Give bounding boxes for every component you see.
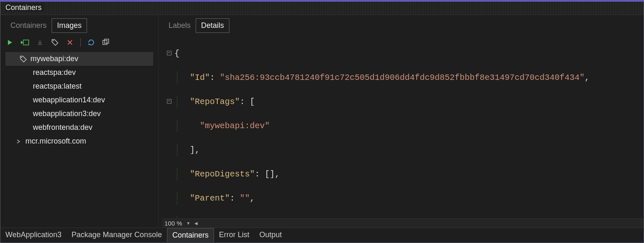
json-value-repotag: mywebapi:dev (205, 121, 265, 131)
tag-icon (20, 55, 27, 63)
list-item[interactable]: reactspa:latest (5, 79, 153, 93)
list-item[interactable]: webapplication14:dev (5, 93, 153, 107)
tab-images[interactable]: Images (52, 18, 87, 33)
bottom-tab-containers[interactable]: Containers (167, 228, 214, 242)
run-window-icon[interactable] (20, 38, 30, 47)
panel-titlebar[interactable]: Containers (0, 2, 644, 15)
refresh-icon[interactable] (87, 38, 96, 47)
list-item-label: mywebapi:dev (30, 55, 78, 63)
right-tabs: Labels Details (162, 18, 644, 33)
list-item-label: webapplication14:dev (33, 96, 105, 104)
svg-point-3 (53, 40, 54, 41)
bottom-tab-output[interactable]: Output (254, 228, 287, 242)
tag-icon[interactable] (50, 38, 60, 47)
fold-toggle[interactable]: − (167, 51, 172, 55)
prune-icon[interactable] (102, 38, 111, 47)
list-item[interactable]: reactspa:dev (5, 66, 153, 79)
bottom-tabs: WebApplication3 Package Manager Console … (0, 228, 644, 242)
list-item[interactable]: mywebapi:dev (5, 52, 153, 66)
list-item-label: webfrontenda:dev (33, 123, 92, 132)
bottom-tab-errorlist[interactable]: Error List (214, 228, 254, 242)
json-value-id: sha256:93ccb4781240f91c72c505d1d906dd4fd… (225, 73, 579, 82)
toolbar-separator (80, 38, 81, 47)
left-panel: Containers Images (0, 15, 159, 228)
svg-point-7 (21, 57, 22, 57)
tab-details[interactable]: Details (196, 18, 229, 33)
list-item-label: reactspa:dev (33, 68, 76, 77)
list-item[interactable]: mcr.microsoft.com (5, 134, 153, 148)
list-item-label: reactspa:latest (33, 82, 82, 91)
list-item[interactable]: webfrontenda:dev (5, 121, 153, 134)
tab-containers[interactable]: Containers (5, 19, 52, 32)
right-panel: Labels Details −{ "Id": "sha256:93ccb478… (159, 15, 644, 228)
bottom-tab-webapplication3[interactable]: WebApplication3 (0, 228, 67, 242)
svg-marker-0 (8, 40, 12, 45)
panel-title: Containers (5, 3, 44, 12)
chevron-right-icon[interactable] (16, 139, 22, 144)
bottom-tab-pmc[interactable]: Package Manager Console (67, 228, 167, 242)
zoom-bar: 100 % ▼ ◀ (162, 218, 644, 228)
svg-marker-2 (21, 41, 23, 44)
list-item-label: webapplication3:dev (33, 109, 101, 118)
list-item[interactable]: webapplication3:dev (5, 107, 153, 121)
zoom-dropdown-icon[interactable]: ▼ (186, 221, 191, 226)
play-icon[interactable] (5, 38, 15, 47)
delete-icon[interactable] (65, 38, 75, 47)
svg-rect-5 (103, 40, 107, 45)
image-list: mywebapi:dev reactspa:dev reactspa:lates… (5, 52, 153, 148)
left-tabs: Containers Images (5, 18, 153, 33)
json-value-comment: buildkit.dockerfile.v0 (250, 218, 360, 218)
svg-rect-6 (104, 39, 109, 43)
left-toolbar (5, 36, 153, 50)
list-item-label: mcr.microsoft.com (25, 137, 86, 146)
download-icon[interactable] (35, 38, 45, 47)
fold-toggle[interactable]: − (167, 99, 172, 104)
json-viewer[interactable]: −{ "Id": "sha256:93ccb4781240f91c72c505d… (162, 35, 644, 218)
tab-labels[interactable]: Labels (164, 19, 196, 32)
zoom-level[interactable]: 100 % (164, 220, 182, 227)
svg-rect-1 (23, 40, 29, 45)
scroll-left-icon[interactable]: ◀ (194, 221, 198, 226)
